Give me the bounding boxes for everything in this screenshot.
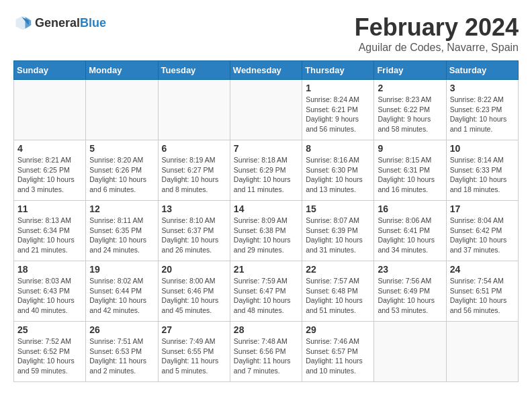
day-number: 13 [162, 203, 226, 214]
calendar-cell: 25Sunrise: 7:52 AM Sunset: 6:52 PM Dayli… [14, 322, 86, 382]
calendar-cell: 23Sunrise: 7:56 AM Sunset: 6:49 PM Dayli… [374, 261, 446, 322]
day-number: 28 [234, 324, 298, 335]
week-row: 18Sunrise: 8:03 AM Sunset: 6:43 PM Dayli… [14, 261, 519, 322]
day-number: 5 [89, 143, 154, 154]
page-header: GeneralBlue February 2024 Aguilar de Cod… [13, 13, 519, 54]
calendar-cell [374, 322, 446, 382]
day-number: 27 [162, 324, 226, 335]
day-info: Sunrise: 7:48 AM Sunset: 6:56 PM Dayligh… [234, 336, 298, 376]
calendar-cell: 10Sunrise: 8:14 AM Sunset: 6:33 PM Dayli… [446, 140, 518, 201]
week-row: 4Sunrise: 8:21 AM Sunset: 6:25 PM Daylig… [14, 140, 519, 201]
calendar-cell: 11Sunrise: 8:13 AM Sunset: 6:34 PM Dayli… [14, 201, 86, 261]
day-number: 17 [450, 203, 515, 214]
day-number: 1 [306, 83, 370, 93]
day-number: 26 [89, 324, 154, 335]
day-number: 9 [378, 143, 442, 154]
week-row: 25Sunrise: 7:52 AM Sunset: 6:52 PM Dayli… [14, 322, 519, 382]
calendar-cell: 14Sunrise: 8:09 AM Sunset: 6:38 PM Dayli… [230, 201, 302, 261]
calendar-cell: 13Sunrise: 8:10 AM Sunset: 6:37 PM Dayli… [158, 201, 230, 261]
month-title: February 2024 [355, 13, 519, 42]
calendar-cell: 1Sunrise: 8:24 AM Sunset: 6:21 PM Daylig… [302, 80, 374, 140]
day-number: 2 [378, 83, 442, 93]
day-number: 22 [306, 264, 370, 275]
day-number: 4 [17, 143, 82, 154]
day-number: 12 [89, 203, 154, 214]
logo-text: GeneralBlue [35, 16, 106, 30]
calendar-cell: 16Sunrise: 8:06 AM Sunset: 6:41 PM Dayli… [374, 201, 446, 261]
calendar-cell: 6Sunrise: 8:19 AM Sunset: 6:27 PM Daylig… [158, 140, 230, 201]
calendar-cell [446, 322, 518, 382]
day-info: Sunrise: 7:57 AM Sunset: 6:48 PM Dayligh… [306, 276, 370, 316]
calendar-cell: 26Sunrise: 7:51 AM Sunset: 6:53 PM Dayli… [86, 322, 158, 382]
day-info: Sunrise: 8:07 AM Sunset: 6:39 PM Dayligh… [306, 216, 370, 255]
location-title: Aguilar de Codes, Navarre, Spain [355, 42, 519, 54]
weekday-header: Monday [86, 61, 158, 80]
day-info: Sunrise: 7:52 AM Sunset: 6:52 PM Dayligh… [17, 336, 82, 376]
logo-general: General [35, 16, 80, 30]
day-info: Sunrise: 7:51 AM Sunset: 6:53 PM Dayligh… [89, 336, 154, 376]
day-number: 8 [306, 143, 370, 154]
day-number: 15 [306, 203, 370, 214]
day-number: 16 [378, 203, 442, 214]
day-number: 10 [450, 143, 515, 154]
day-info: Sunrise: 8:21 AM Sunset: 6:25 PM Dayligh… [17, 155, 82, 195]
weekday-header: Saturday [446, 61, 518, 80]
weekday-header: Tuesday [158, 61, 230, 80]
day-info: Sunrise: 8:09 AM Sunset: 6:38 PM Dayligh… [234, 216, 298, 255]
day-info: Sunrise: 7:54 AM Sunset: 6:51 PM Dayligh… [450, 276, 515, 316]
day-info: Sunrise: 8:15 AM Sunset: 6:31 PM Dayligh… [378, 155, 442, 195]
week-row: 11Sunrise: 8:13 AM Sunset: 6:34 PM Dayli… [14, 201, 519, 261]
calendar-table: SundayMondayTuesdayWednesdayThursdayFrid… [13, 60, 519, 382]
title-section: February 2024 Aguilar de Codes, Navarre,… [355, 13, 519, 54]
day-number: 29 [306, 324, 370, 335]
day-info: Sunrise: 8:06 AM Sunset: 6:41 PM Dayligh… [378, 216, 442, 255]
logo: GeneralBlue [13, 13, 106, 32]
day-number: 23 [378, 264, 442, 275]
day-number: 14 [234, 203, 298, 214]
day-info: Sunrise: 8:13 AM Sunset: 6:34 PM Dayligh… [17, 216, 82, 255]
day-info: Sunrise: 8:20 AM Sunset: 6:26 PM Dayligh… [89, 155, 154, 195]
calendar-cell: 3Sunrise: 8:22 AM Sunset: 6:23 PM Daylig… [446, 80, 518, 140]
weekday-header: Wednesday [230, 61, 302, 80]
day-info: Sunrise: 8:22 AM Sunset: 6:23 PM Dayligh… [450, 95, 515, 134]
day-number: 18 [17, 264, 82, 275]
calendar-cell [158, 80, 230, 140]
day-info: Sunrise: 8:23 AM Sunset: 6:22 PM Dayligh… [378, 95, 442, 134]
day-number: 24 [450, 264, 515, 275]
day-info: Sunrise: 8:16 AM Sunset: 6:30 PM Dayligh… [306, 155, 370, 195]
calendar-cell: 21Sunrise: 7:59 AM Sunset: 6:47 PM Dayli… [230, 261, 302, 322]
calendar-cell: 4Sunrise: 8:21 AM Sunset: 6:25 PM Daylig… [14, 140, 86, 201]
calendar-cell: 12Sunrise: 8:11 AM Sunset: 6:35 PM Dayli… [86, 201, 158, 261]
day-info: Sunrise: 7:56 AM Sunset: 6:49 PM Dayligh… [378, 276, 442, 316]
day-info: Sunrise: 8:24 AM Sunset: 6:21 PM Dayligh… [306, 95, 370, 134]
day-info: Sunrise: 7:49 AM Sunset: 6:55 PM Dayligh… [162, 336, 226, 376]
calendar-cell: 20Sunrise: 8:00 AM Sunset: 6:46 PM Dayli… [158, 261, 230, 322]
calendar-cell: 19Sunrise: 8:02 AM Sunset: 6:44 PM Dayli… [86, 261, 158, 322]
day-info: Sunrise: 8:03 AM Sunset: 6:43 PM Dayligh… [17, 276, 82, 316]
logo-icon [13, 13, 32, 32]
calendar-cell [86, 80, 158, 140]
day-info: Sunrise: 8:10 AM Sunset: 6:37 PM Dayligh… [162, 216, 226, 255]
calendar-cell: 18Sunrise: 8:03 AM Sunset: 6:43 PM Dayli… [14, 261, 86, 322]
calendar-cell: 24Sunrise: 7:54 AM Sunset: 6:51 PM Dayli… [446, 261, 518, 322]
day-info: Sunrise: 8:18 AM Sunset: 6:29 PM Dayligh… [234, 155, 298, 195]
day-number: 19 [89, 264, 154, 275]
calendar-cell: 17Sunrise: 8:04 AM Sunset: 6:42 PM Dayli… [446, 201, 518, 261]
weekday-header: Thursday [302, 61, 374, 80]
day-info: Sunrise: 7:59 AM Sunset: 6:47 PM Dayligh… [234, 276, 298, 316]
day-number: 6 [162, 143, 226, 154]
day-number: 11 [17, 203, 82, 214]
calendar-cell: 28Sunrise: 7:48 AM Sunset: 6:56 PM Dayli… [230, 322, 302, 382]
calendar-cell [14, 80, 86, 140]
calendar-cell: 15Sunrise: 8:07 AM Sunset: 6:39 PM Dayli… [302, 201, 374, 261]
day-info: Sunrise: 7:46 AM Sunset: 6:57 PM Dayligh… [306, 336, 370, 376]
calendar-cell: 29Sunrise: 7:46 AM Sunset: 6:57 PM Dayli… [302, 322, 374, 382]
day-info: Sunrise: 8:00 AM Sunset: 6:46 PM Dayligh… [162, 276, 226, 316]
day-info: Sunrise: 8:04 AM Sunset: 6:42 PM Dayligh… [450, 216, 515, 255]
logo-blue: Blue [80, 16, 106, 30]
day-info: Sunrise: 8:02 AM Sunset: 6:44 PM Dayligh… [89, 276, 154, 316]
calendar-cell [230, 80, 302, 140]
day-number: 25 [17, 324, 82, 335]
weekday-header: Friday [374, 61, 446, 80]
calendar-cell: 27Sunrise: 7:49 AM Sunset: 6:55 PM Dayli… [158, 322, 230, 382]
